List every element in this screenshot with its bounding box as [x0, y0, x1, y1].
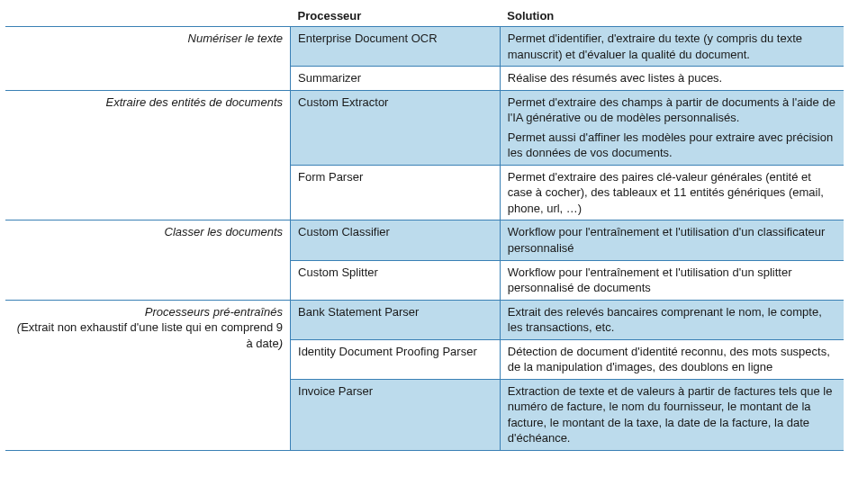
processor-cell: Custom Classifier — [291, 220, 501, 260]
category-cell: Classer les documents — [5, 220, 291, 300]
solution-cell: Workflow pour l'entraînement et l'utilis… — [500, 260, 844, 300]
category-sublabel: Extrait non exhaustif d'une liste qui en… — [21, 320, 283, 350]
header-processor: Processeur — [291, 5, 501, 27]
category-cell: Extraire des entités de documents — [5, 90, 291, 220]
table-row: Classer les documentsCustom ClassifierWo… — [5, 220, 844, 260]
processor-cell: Invoice Parser — [291, 379, 501, 450]
processor-cell: Custom Splitter — [291, 260, 501, 300]
processor-cell: Summarizer — [291, 67, 501, 91]
processor-cell: Identity Document Proofing Parser — [291, 339, 501, 379]
solution-cell: Permet d'extraire des champs à partir de… — [500, 90, 844, 165]
table-row: Extraire des entités de documentsCustom … — [5, 90, 844, 165]
processor-cell: Bank Statement Parser — [291, 300, 501, 339]
solution-cell: Extraction de texte et de valeurs à part… — [500, 379, 844, 450]
solution-cell: Détection de document d'identité reconnu… — [500, 339, 844, 379]
category-label: Extraire des entités de documents — [13, 94, 283, 111]
category-label: Processeurs pré-entraînés — [13, 304, 283, 320]
header-category — [5, 5, 291, 27]
processor-cell: Custom Extractor — [291, 90, 501, 165]
table-header-row: Processeur Solution — [5, 5, 844, 27]
category-cell: Numériser le texte — [5, 27, 291, 91]
solution-cell: Extrait des relevés bancaires comprenant… — [500, 300, 844, 339]
table-row: Numériser le texteEnterprise Document OC… — [5, 27, 844, 67]
category-label: Classer les documents — [13, 224, 283, 240]
category-label: Numériser le texte — [13, 31, 283, 47]
solution-cell: Réalise des résumés avec listes à puces. — [500, 67, 844, 91]
category-cell: Processeurs pré-entraînés(Extrait non ex… — [5, 300, 291, 450]
table-row: Processeurs pré-entraînés(Extrait non ex… — [5, 300, 844, 339]
header-solution: Solution — [500, 5, 844, 27]
solution-cell: Permet d'extraire des paires clé-valeur … — [500, 165, 844, 220]
processor-table: Processeur Solution Numériser le texteEn… — [5, 5, 844, 451]
solution-cell: Workflow pour l'entraînement et l'utilis… — [500, 220, 844, 260]
processor-cell: Form Parser — [291, 165, 501, 220]
solution-cell: Permet d'identifier, d'extraire du texte… — [500, 27, 844, 67]
processor-cell: Enterprise Document OCR — [291, 27, 501, 67]
